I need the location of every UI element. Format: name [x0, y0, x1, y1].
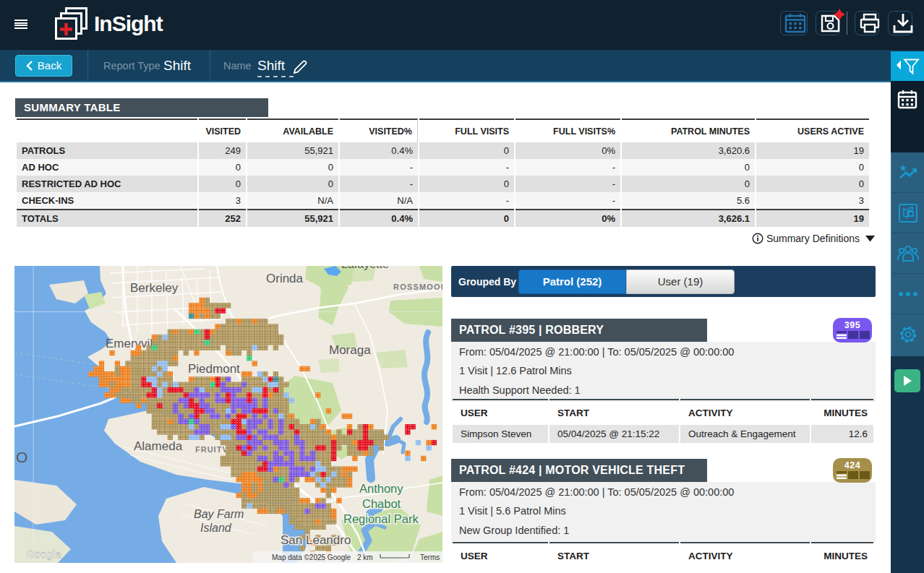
svg-text:San Leandro: San Leandro: [281, 533, 351, 547]
svg-text:Terms: Terms: [420, 553, 440, 561]
svg-text:Google: Google: [26, 548, 61, 560]
svg-text:Lafayette: Lafayette: [341, 266, 389, 270]
svg-text:Moraga: Moraga: [329, 343, 371, 357]
svg-text:Alameda: Alameda: [134, 439, 183, 453]
svg-text:ROSSMOOR: ROSSMOOR: [393, 283, 442, 291]
svg-text:Island: Island: [200, 522, 232, 534]
svg-text:O: O: [16, 449, 27, 465]
svg-text:Chabot: Chabot: [362, 497, 401, 510]
svg-text:Map data ©2025 Google: Map data ©2025 Google: [272, 553, 351, 561]
svg-text:Berkeley: Berkeley: [130, 281, 179, 295]
svg-text:Anthony: Anthony: [359, 482, 403, 495]
svg-text:Piedmont: Piedmont: [188, 362, 240, 376]
svg-text:Regional Park: Regional Park: [343, 512, 419, 525]
svg-text:Bay Farm: Bay Farm: [194, 508, 244, 520]
svg-text:2 km: 2 km: [357, 553, 373, 561]
svg-text:Orinda: Orinda: [266, 272, 304, 285]
